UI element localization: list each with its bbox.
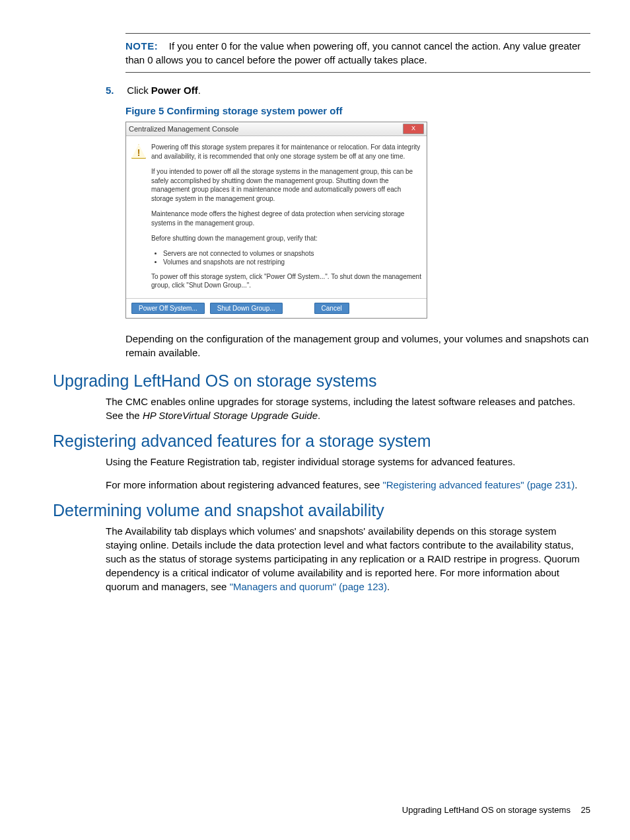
step-text-post: .: [198, 85, 201, 96]
power-off-system-button[interactable]: Power Off System...: [131, 303, 205, 314]
dialog-titlebar: Centralized Management Console X: [126, 122, 427, 136]
note-label: NOTE:: [125, 40, 158, 52]
heading-determining: Determining volume and snapshot availabi…: [53, 501, 590, 520]
after-figure-para: Depending on the configuration of the ma…: [125, 332, 590, 360]
determining-text-b: .: [387, 581, 390, 592]
note-text: If you enter 0 for the value when poweri…: [125, 40, 580, 65]
dialog-footer: Power Off System... Shut Down Group... C…: [126, 298, 427, 318]
close-icon[interactable]: X: [403, 124, 424, 134]
figure-5-dialog: Centralized Management Console X ! Power…: [125, 122, 590, 319]
dialog-para-3: Maintenance mode offers the highest degr…: [151, 210, 421, 227]
upgrading-para: The CMC enables online upgrades for stor…: [106, 395, 590, 422]
dialog-para-5: To power off this storage system, click …: [151, 272, 421, 290]
cancel-button[interactable]: Cancel: [314, 303, 349, 314]
dialog-body: ! Powering off this storage system prepa…: [126, 136, 427, 298]
registering-text-b: .: [575, 479, 577, 490]
step-text-bold: Power Off: [151, 85, 198, 96]
heading-registering: Registering advanced features for a stor…: [53, 432, 590, 451]
dialog-text: Powering off this storage system prepare…: [151, 143, 421, 297]
determining-para: The Availability tab displays which volu…: [106, 524, 590, 593]
shut-down-group-button[interactable]: Shut Down Group...: [210, 303, 283, 314]
managers-quorum-link[interactable]: "Managers and quorum" (page 123): [230, 581, 387, 592]
dialog-para-2: If you intended to power off all the sto…: [151, 167, 421, 203]
dialog-window: Centralized Management Console X ! Power…: [125, 122, 427, 319]
dialog-title: Centralized Management Console: [129, 125, 403, 133]
registering-para-1: Using the Feature Registration tab, regi…: [106, 455, 590, 469]
dialog-para-1: Powering off this storage system prepare…: [151, 143, 421, 161]
page-number: 25: [581, 805, 590, 815]
dialog-bullet-1: Servers are not connected to volumes or …: [163, 250, 421, 257]
upgrading-text-b: .: [318, 410, 320, 421]
step-text-pre: Click: [127, 85, 151, 96]
registering-para-2: For more information about registering a…: [106, 478, 590, 492]
step-5: 5. Click Power Off.: [106, 85, 590, 96]
registering-link[interactable]: "Registering advanced features" (page 23…: [382, 479, 575, 490]
warning-icon: !: [131, 144, 146, 159]
document-page: NOTE: If you enter 0 for the value when …: [0, 0, 630, 840]
dialog-para-4: Before shutting down the management grou…: [151, 234, 421, 243]
footer-text: Upgrading LeftHand OS on storage systems: [402, 805, 571, 815]
dialog-bullet-2: Volumes and snapshots are not restriping: [163, 258, 421, 266]
page-footer: Upgrading LeftHand OS on storage systems…: [402, 805, 590, 815]
figure-caption: Figure 5 Confirming storage system power…: [125, 105, 590, 116]
heading-upgrading: Upgrading LeftHand OS on storage systems: [53, 371, 590, 391]
step-number: 5.: [106, 85, 124, 96]
upgrading-guide-title: HP StoreVirtual Storage Upgrade Guide: [143, 410, 318, 421]
note-box: NOTE: If you enter 0 for the value when …: [125, 33, 590, 73]
dialog-bullet-list: Servers are not connected to volumes or …: [163, 250, 421, 266]
registering-text-a: For more information about registering a…: [106, 479, 382, 490]
